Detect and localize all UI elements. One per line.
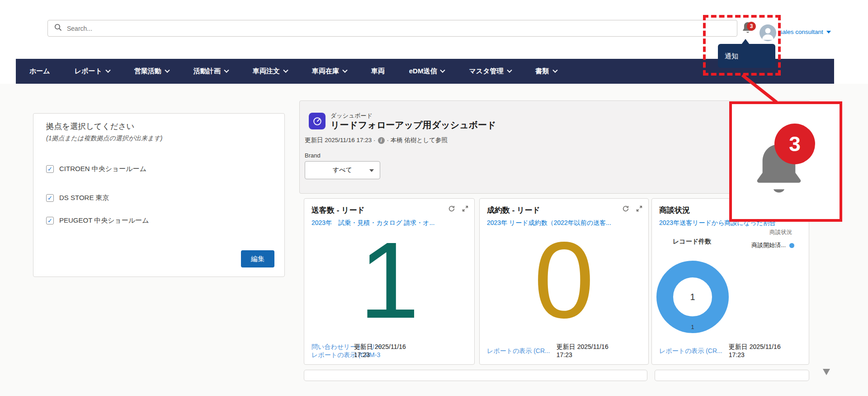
card-updated: 更新日 2025/11/16 [729,343,781,351]
chevron-down-icon [552,67,557,72]
card-updated-time: 17:23 [557,351,609,359]
chevron-down-icon [507,67,512,72]
location-option-3: ✓PEUGEOT 中央ショールーム [46,216,149,225]
notification-count-badge-zoomed: 3 [774,124,815,164]
nav-item-label: 活動計画 [193,67,221,76]
brand-filter-label: Brand [305,152,321,159]
user-menu[interactable]: sales consultant [779,29,831,35]
refresh-icon[interactable] [448,205,455,214]
nav-item-label: 営業活動 [134,67,161,76]
nav-item-7[interactable]: 車両 [371,67,385,76]
chevron-down-icon [342,67,347,72]
search-input[interactable] [67,25,248,32]
metric-value: 1 [304,226,474,334]
location-panel-subtitle: (1拠点または複数拠点の選択が出来ます) [46,134,162,143]
location-panel: 拠点を選択してください (1拠点または複数拠点の選択が出来ます) ✓CITROE… [33,113,285,277]
nav-item-label: eDM送信 [409,67,437,76]
nav-item-label: 書類 [536,67,549,76]
card-title: 送客数 - リード [311,205,448,215]
card-updated-time: 17:23 [729,351,781,359]
chevron-down-icon [283,67,288,72]
nav-item-1[interactable]: ホーム [29,67,50,76]
nav-item-label: マスタ管理 [469,67,503,76]
nav-item-8[interactable]: eDM送信 [409,67,445,76]
chevron-down-icon [440,67,445,72]
metric-value: 0 [480,226,648,334]
legend-item-label: 商談開始済... [751,241,786,249]
donut-chart[interactable]: 1 1 [656,261,729,333]
nav-item-4[interactable]: 活動計画 [193,67,228,76]
legend-item[interactable]: 商談開始済... [751,241,794,249]
chart-value-label: レコード件数 [673,238,711,246]
donut-center-total: 1 [656,261,729,333]
chart-card-opportunity-status: 商談状況 2023年送客リードから商談になった割合 レコード件数 商談状況 商談… [651,198,809,365]
checkbox[interactable]: ✓ [46,165,54,173]
location-option-label: CITROEN 中央ショールーム [59,165,146,173]
edit-button[interactable]: 編集 [241,250,274,267]
nav-item-label: 車両在庫 [312,67,339,76]
scroll-down-arrow-icon[interactable] [823,369,830,375]
annotation-zoom-callout: 3 [729,101,842,222]
location-option-1: ✓CITROEN 中央ショールーム [46,165,146,173]
card-updated: 更新日 2025/11/16 [557,343,609,351]
location-option-2: ✓DS STORE 東京 [46,194,109,202]
view-report-link[interactable]: レポートの表示 (CR... [487,347,550,355]
expand-icon[interactable] [636,205,643,214]
nav-item-9[interactable]: マスタ管理 [469,67,511,76]
nav-item-label: 車両 [371,67,385,76]
next-row-card-partial [655,370,809,381]
card-updated-time: 17:23 [354,351,406,359]
avatar[interactable] [760,24,776,41]
donut-slice-label: 1 [656,324,729,330]
chevron-down-icon [369,169,374,172]
nav-item-5[interactable]: 車両注文 [253,67,288,76]
metric-card-closed-deals: 成約数 - リード 2023年 リード成約数（2022年以前の送客... 0 レ… [479,198,649,365]
notification-count-badge: 3 [747,22,756,31]
card-updated: 更新日 2025/11/16 [354,343,406,351]
location-option-label: DS STORE 東京 [59,194,109,202]
brand-filter-dropdown[interactable]: すべて [305,161,380,179]
page-title: リードフォローアップ用ダッシュボード [330,119,496,131]
refresh-icon[interactable] [622,205,629,214]
expand-icon[interactable] [462,205,469,214]
chevron-down-icon [224,67,229,72]
dashboard-icon [309,113,326,129]
nav-item-3[interactable]: 営業活動 [134,67,169,76]
legend-title: 商談状況 [769,229,792,236]
dashboard-meta: 更新日 2025/11/16 17:23 · i · 本橋 佑樹として参照 [305,136,448,144]
chevron-down-icon [165,67,170,72]
chevron-down-icon [826,31,831,33]
nav-item-label: レポート [75,67,102,76]
metric-card-leads-sent: 送客数 - リード 2023年 試乗・見積・カタログ 請求・オ... 1 問い合… [304,198,475,365]
brand-filter-value: すべて [333,166,352,174]
next-row-card-partial [304,370,647,381]
legend-dot-icon [789,243,794,248]
dashboard-viewing-as: · 本橋 佑樹として参照 [387,136,448,144]
nav-item-6[interactable]: 車両在庫 [312,67,347,76]
dashboard-updated: 更新日 2025/11/16 17:23 · [305,136,376,144]
location-panel-title: 拠点を選択してください [46,121,134,132]
nav-item-2[interactable]: レポート [75,67,110,76]
nav-item-label: 車両注文 [253,67,280,76]
notification-tooltip: 通知 [718,44,775,68]
user-menu-label: sales consultant [779,29,823,35]
location-option-label: PEUGEOT 中央ショールーム [59,216,149,225]
info-icon[interactable]: i [378,137,385,144]
card-title: 成約数 - リード [487,205,622,215]
search-icon [54,24,62,33]
navbar: ホームレポート営業活動活動計画車両注文車両在庫車両eDM送信マスタ管理書類 [16,59,834,84]
checkbox[interactable]: ✓ [46,194,54,202]
view-report-link[interactable]: レポートの表示 (CR... [659,347,722,355]
nav-item-10[interactable]: 書類 [536,67,557,76]
chevron-down-icon [105,67,110,72]
checkbox[interactable]: ✓ [46,217,54,224]
global-search-bar [47,20,737,37]
nav-item-label: ホーム [29,67,50,76]
